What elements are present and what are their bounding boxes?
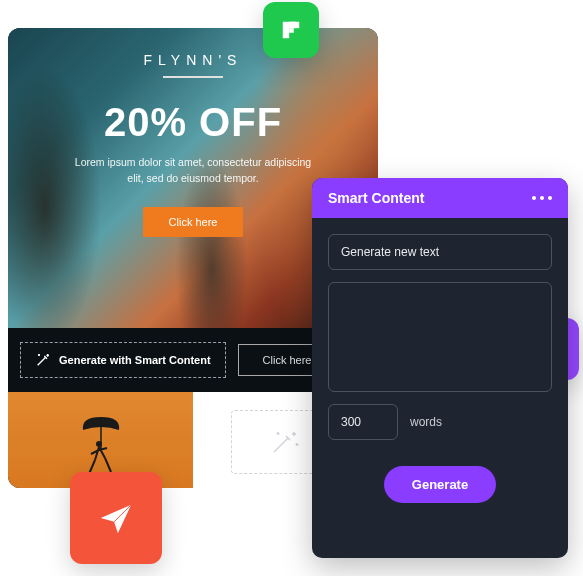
panel-header: Smart Content (312, 178, 568, 218)
umbrella-person-icon (71, 402, 131, 482)
ad-headline: 20% OFF (8, 100, 378, 145)
words-input[interactable] (328, 404, 398, 440)
svg-rect-6 (289, 28, 294, 33)
brand-divider (163, 76, 223, 78)
flipboard-icon (280, 19, 302, 41)
smart-content-panel: Smart Content words Generate (312, 178, 568, 558)
svg-point-1 (96, 441, 102, 447)
generate-smart-content-label: Generate with Smart Content (59, 354, 211, 366)
panel-title: Smart Content (328, 190, 424, 206)
paper-plane-icon (97, 499, 135, 537)
cta-button[interactable]: Click here (143, 207, 244, 237)
wand-sparkle-icon (270, 428, 302, 456)
words-row: words (328, 404, 552, 440)
content-textarea[interactable] (328, 282, 552, 392)
panel-body: words Generate (312, 218, 568, 558)
prompt-input[interactable] (328, 234, 552, 270)
brand-name: FLYNN'S (8, 52, 378, 68)
app-icon-green[interactable] (263, 2, 319, 58)
app-icon-red[interactable] (70, 472, 162, 564)
wand-icon (35, 352, 51, 368)
svg-rect-2 (283, 22, 289, 39)
generate-smart-content-button[interactable]: Generate with Smart Content (20, 342, 226, 378)
generate-button[interactable]: Generate (384, 466, 496, 503)
more-icon[interactable] (532, 196, 552, 200)
words-label: words (410, 415, 442, 429)
ad-subtext: Lorem ipsum dolor sit amet, consectetur … (68, 155, 318, 187)
svg-rect-5 (289, 22, 299, 28)
